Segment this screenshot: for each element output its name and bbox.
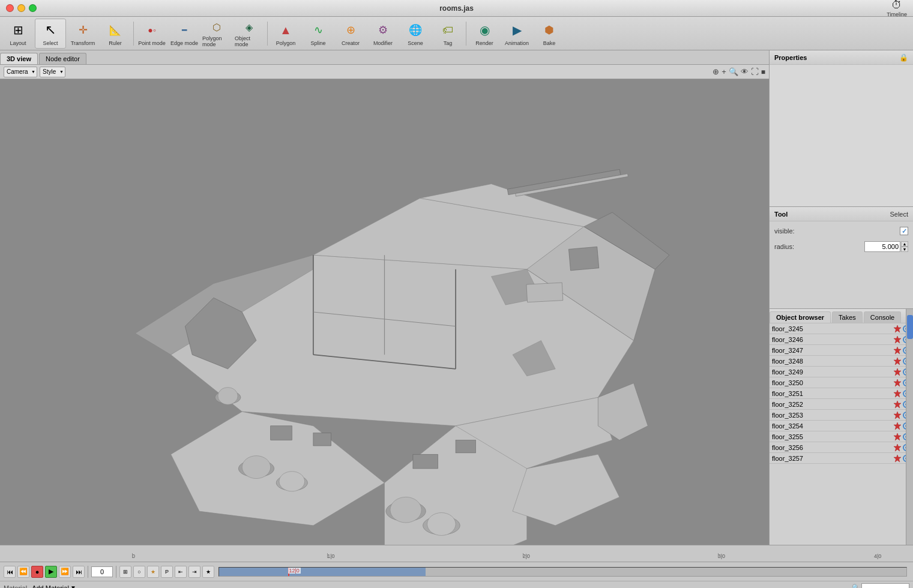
object-list[interactable]: floor_3245 floor_3246 (770, 323, 913, 545)
goto-end-btn[interactable]: ⏭ (73, 566, 85, 578)
record-btn[interactable]: ● (31, 566, 43, 578)
list-item[interactable]: floor_3252 (770, 399, 913, 410)
search-view-icon[interactable]: 🔍 (729, 67, 738, 76)
tab-console[interactable]: Console (864, 311, 901, 323)
viewport-right-icons: ⊕ + 🔍 👁 ⛶ ■ (713, 67, 765, 76)
toolbar-layout[interactable]: ⊞ Layout (2, 19, 34, 49)
transform-label: Transform (71, 40, 95, 46)
list-item[interactable]: floor_3245 (770, 323, 913, 334)
toolbar-ruler[interactable]: 📐 Ruler (100, 19, 131, 49)
style-select-wrapper[interactable]: Style (40, 67, 65, 77)
toolbar-bake[interactable]: ⬢ Bake (534, 19, 565, 49)
list-item[interactable]: floor_3254 (770, 421, 913, 431)
svg-rect-33 (313, 433, 331, 446)
right-panel: Properties 🔒 Tool Select visible: radius… (769, 50, 913, 545)
layout-label: Layout (10, 40, 26, 46)
transport-sep1 (88, 566, 88, 578)
square-icon[interactable]: ■ (761, 68, 765, 76)
toolbar-scene[interactable]: 🌐 Scene (400, 19, 431, 49)
tag-icon: 🏷 (438, 20, 457, 40)
toolbar-animation[interactable]: ▶ Animation (501, 19, 532, 49)
obj-name: floor_3253 (772, 412, 892, 419)
list-item[interactable]: floor_3253 (770, 410, 913, 421)
toolbar-polygon-mode[interactable]: ⬡ Polygon mode (201, 19, 232, 49)
radius-down[interactable]: ▼ (901, 247, 908, 252)
prev-frame-btn[interactable]: ⏪ (17, 566, 29, 578)
toolbar-tag[interactable]: 🏷 Tag (432, 19, 463, 49)
next-frame-btn[interactable]: ⏩ (59, 566, 71, 578)
key-tool3[interactable]: ★ (147, 566, 159, 578)
key-tool2[interactable]: ○ (133, 566, 145, 578)
properties-panel: Properties 🔒 (770, 50, 913, 207)
tool-visible-row: visible: (774, 225, 908, 237)
toolbar-modifier[interactable]: ⚙ Modifier (367, 19, 399, 49)
radius-input[interactable] (864, 241, 900, 252)
close-button[interactable] (6, 4, 14, 12)
timeline-area[interactable]: 0 1|0 2|0 3|0 4|0 (0, 545, 913, 562)
animation-label: Animation (505, 40, 529, 46)
viewport-3d[interactable] (0, 79, 769, 545)
list-item[interactable]: floor_3246 (770, 334, 913, 345)
toolbar-polygon[interactable]: ▲ Polygon (270, 19, 301, 49)
tab-3d-view[interactable]: 3D view (0, 53, 38, 64)
svg-rect-8 (507, 169, 621, 194)
toolbar-creator[interactable]: ⊕ Creator (335, 19, 366, 49)
list-item[interactable]: floor_3250 (770, 377, 913, 388)
goto-start-btn[interactable]: ⏮ (4, 566, 16, 578)
toolbar-object-mode[interactable]: ◈ Object mode (234, 19, 265, 49)
key-tool5[interactable]: ⇤ (175, 566, 187, 578)
visible-value (810, 227, 908, 235)
camera-select[interactable]: Camera (4, 67, 37, 77)
toolbar-select[interactable]: ↖ Select (35, 19, 66, 49)
fullscreen-icon[interactable]: ⛶ (751, 67, 759, 76)
list-item[interactable]: floor_3249 (770, 367, 913, 377)
transport-timeline[interactable]: 12|0 (218, 567, 907, 577)
lock-icon[interactable]: 🔒 (899, 53, 908, 62)
list-item[interactable]: floor_3251 (770, 388, 913, 399)
play-btn[interactable]: ▶ (45, 566, 57, 578)
style-select[interactable]: Style (40, 67, 65, 77)
window-title: rooms.jas (439, 4, 474, 13)
sep3 (466, 22, 466, 46)
svg-marker-71 (894, 444, 901, 451)
object-mode-icon: ◈ (240, 20, 259, 35)
camera-select-wrapper[interactable]: Camera (4, 67, 37, 77)
tab-object-browser[interactable]: Object browser (770, 311, 831, 323)
key-tool4[interactable]: P (161, 566, 173, 578)
viewport-area: 3D view Node editor Camera Style ⊕ + 🔍 👁… (0, 50, 769, 545)
eye-view-icon[interactable]: 👁 (741, 67, 749, 76)
transport-sep2 (116, 566, 116, 578)
radius-stepper[interactable]: ▲ ▼ (901, 241, 908, 252)
tab-takes[interactable]: Takes (832, 311, 863, 323)
toolbar-edge-mode[interactable]: ━ Edge mode (169, 19, 200, 49)
visible-checkbox[interactable] (900, 227, 908, 235)
add-view-icon[interactable]: + (722, 67, 726, 76)
polygon-icon: ▲ (276, 20, 295, 40)
frame-input[interactable] (91, 566, 113, 577)
toolbar-transform[interactable]: ✛ Transform (67, 19, 98, 49)
timeline-button[interactable]: ⏱ Timeline (887, 0, 907, 17)
list-item[interactable]: floor_3247 (770, 345, 913, 356)
list-item[interactable]: floor_3248 (770, 356, 913, 367)
add-material-button[interactable]: Add Material ▼ (32, 584, 76, 589)
tab-node-editor[interactable]: Node editor (39, 53, 86, 64)
list-item[interactable]: floor_3255 (770, 431, 913, 442)
list-item[interactable]: floor_3256 (770, 442, 913, 453)
compass-icon[interactable]: ⊕ (713, 67, 719, 76)
key-tool1[interactable]: ⊞ (119, 566, 131, 578)
scene-icon: 🌐 (406, 20, 425, 40)
toolbar-render[interactable]: ◉ Render (469, 19, 500, 49)
key-tool7[interactable]: ★ (202, 566, 214, 578)
scrollbar[interactable] (906, 309, 913, 545)
toolbar-spline[interactable]: ∿ Spline (303, 19, 334, 49)
material-search-input[interactable] (861, 583, 909, 589)
minimize-button[interactable] (17, 4, 25, 12)
spline-icon: ∿ (309, 20, 328, 40)
maximize-button[interactable] (29, 4, 37, 12)
list-item[interactable]: floor_3257 (770, 453, 913, 464)
radius-up[interactable]: ▲ (901, 241, 908, 247)
creator-label: Creator (342, 40, 360, 46)
key-tool6[interactable]: ⇥ (188, 566, 200, 578)
toolbar-point-mode[interactable]: ●◦ Point mode (136, 19, 167, 49)
svg-point-20 (427, 512, 456, 535)
